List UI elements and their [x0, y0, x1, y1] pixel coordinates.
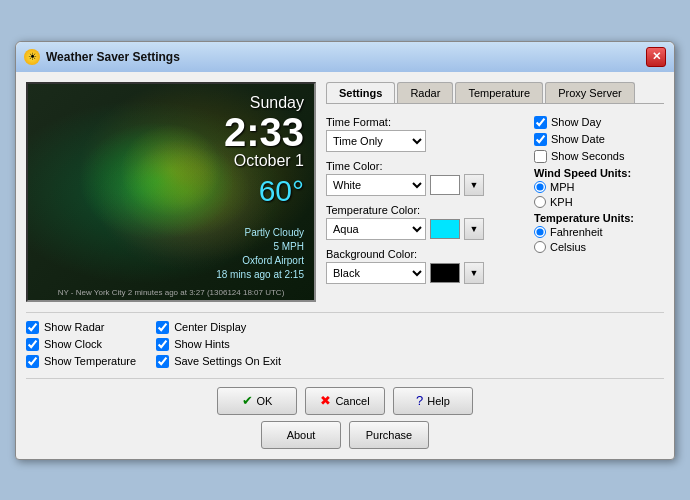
settings-row: Time Format: Time Only 12 Hour 24 Hour T…	[326, 116, 664, 292]
show-date-label: Show Date	[551, 133, 605, 145]
show-clock-checkbox[interactable]	[26, 338, 39, 351]
temp-color-select[interactable]: Aqua	[326, 218, 426, 240]
show-hints-item: Show Hints	[156, 338, 281, 351]
settings-right: Show Day Show Date Show Seconds Wind Spe…	[534, 116, 664, 256]
checks-col-1: Show Radar Show Clock Show Temperature	[26, 321, 136, 368]
center-display-label: Center Display	[174, 321, 246, 333]
help-icon: ?	[416, 393, 423, 408]
purchase-button[interactable]: Purchase	[349, 421, 429, 449]
show-radar-checkbox[interactable]	[26, 321, 39, 334]
center-display-item: Center Display	[156, 321, 281, 334]
bg-color-preview[interactable]	[430, 263, 460, 283]
main-window: ☀ Weather Saver Settings ✕ Sunday 2:33 O…	[15, 41, 675, 460]
tab-settings[interactable]: Settings	[326, 82, 395, 103]
temp-color-preview[interactable]	[430, 219, 460, 239]
cancel-icon: ✖	[320, 393, 331, 408]
fahrenheit-item: Fahrenheit	[534, 226, 664, 238]
cancel-button[interactable]: ✖ Cancel	[305, 387, 385, 415]
kph-radio[interactable]	[534, 196, 546, 208]
settings-left: Time Format: Time Only 12 Hour 24 Hour T…	[326, 116, 524, 292]
time-color-select[interactable]: White	[326, 174, 426, 196]
kph-item: KPH	[534, 196, 664, 208]
cancel-label: Cancel	[335, 395, 369, 407]
time-color-group: Time Color: White ▼	[326, 160, 524, 196]
save-settings-item: Save Settings On Exit	[156, 355, 281, 368]
show-temperature-label: Show Temperature	[44, 355, 136, 367]
window-body: Sunday 2:33 October 1 60° Partly Cloudy …	[16, 72, 674, 459]
time-format-label: Time Format:	[326, 116, 524, 128]
kph-label: KPH	[550, 196, 573, 208]
celsius-label: Celsius	[550, 241, 586, 253]
help-button[interactable]: ? Help	[393, 387, 473, 415]
temp-units-label: Temperature Units:	[534, 212, 664, 224]
save-settings-checkbox[interactable]	[156, 355, 169, 368]
help-label: Help	[427, 395, 450, 407]
time-color-label: Time Color:	[326, 160, 524, 172]
ok-label: OK	[257, 395, 273, 407]
wind-speed-label: Wind Speed Units:	[534, 167, 664, 179]
bg-color-dropdown[interactable]: ▼	[464, 262, 484, 284]
show-temperature-item: Show Temperature	[26, 355, 136, 368]
weather-conditions: Partly Cloudy 5 MPH Oxford Airport 18 mi…	[216, 226, 304, 282]
bg-color-select[interactable]: Black	[326, 262, 426, 284]
window-title: Weather Saver Settings	[46, 50, 180, 64]
bottom-checks: Show Radar Show Clock Show Temperature C…	[26, 312, 664, 368]
bg-color-group: Background Color: Black ▼	[326, 248, 524, 284]
show-date-item: Show Date	[534, 133, 664, 146]
title-bar: ☀ Weather Saver Settings ✕	[16, 42, 674, 72]
bg-color-label: Background Color:	[326, 248, 524, 260]
celsius-item: Celsius	[534, 241, 664, 253]
time-format-group: Time Format: Time Only 12 Hour 24 Hour	[326, 116, 524, 152]
settings-content: Time Format: Time Only 12 Hour 24 Hour T…	[326, 112, 664, 296]
show-day-label: Show Day	[551, 116, 601, 128]
location-text: Oxford Airport	[216, 254, 304, 268]
timestamp-text: 18 mins ago at 2:15	[216, 268, 304, 282]
show-seconds-label: Show Seconds	[551, 150, 624, 162]
button-row-1: ✔ OK ✖ Cancel ? Help	[26, 378, 664, 415]
show-clock-item: Show Clock	[26, 338, 136, 351]
weather-day: Sunday	[224, 94, 304, 112]
center-display-checkbox[interactable]	[156, 321, 169, 334]
show-date-checkbox[interactable]	[534, 133, 547, 146]
fahrenheit-radio[interactable]	[534, 226, 546, 238]
show-hints-label: Show Hints	[174, 338, 230, 350]
mph-label: MPH	[550, 181, 574, 193]
temp-color-dropdown[interactable]: ▼	[464, 218, 484, 240]
title-bar-left: ☀ Weather Saver Settings	[24, 49, 180, 65]
show-seconds-checkbox[interactable]	[534, 150, 547, 163]
show-hints-checkbox[interactable]	[156, 338, 169, 351]
celsius-radio[interactable]	[534, 241, 546, 253]
temp-color-row: Aqua ▼	[326, 218, 524, 240]
mph-radio[interactable]	[534, 181, 546, 193]
show-day-checkbox[interactable]	[534, 116, 547, 129]
about-button[interactable]: About	[261, 421, 341, 449]
weather-date: October 1	[224, 152, 304, 170]
time-color-preview[interactable]	[430, 175, 460, 195]
save-settings-label: Save Settings On Exit	[174, 355, 281, 367]
show-seconds-item: Show Seconds	[534, 150, 664, 163]
wind-text: 5 MPH	[216, 240, 304, 254]
close-button[interactable]: ✕	[646, 47, 666, 67]
app-icon: ☀	[24, 49, 40, 65]
show-radar-label: Show Radar	[44, 321, 105, 333]
settings-panel: Settings Radar Temperature Proxy Server …	[326, 82, 664, 302]
weather-time: 2:33	[224, 112, 304, 152]
tab-radar[interactable]: Radar	[397, 82, 453, 103]
about-label: About	[287, 429, 316, 441]
time-format-select[interactable]: Time Only 12 Hour 24 Hour	[326, 130, 426, 152]
tab-proxy-server[interactable]: Proxy Server	[545, 82, 635, 103]
show-temperature-checkbox[interactable]	[26, 355, 39, 368]
show-radar-item: Show Radar	[26, 321, 136, 334]
time-color-dropdown[interactable]: ▼	[464, 174, 484, 196]
temp-color-label: Temperature Color:	[326, 204, 524, 216]
ok-button[interactable]: ✔ OK	[217, 387, 297, 415]
weather-info: Sunday 2:33 October 1 60°	[224, 94, 304, 208]
tab-temperature[interactable]: Temperature	[455, 82, 543, 103]
mph-item: MPH	[534, 181, 664, 193]
weather-temp: 60°	[224, 174, 304, 208]
radar-label: NY - New York City 2 minutes ago at 3:27…	[28, 288, 314, 297]
bg-color-row: Black ▼	[326, 262, 524, 284]
fahrenheit-label: Fahrenheit	[550, 226, 603, 238]
button-row-2: About Purchase	[26, 421, 664, 449]
show-clock-label: Show Clock	[44, 338, 102, 350]
